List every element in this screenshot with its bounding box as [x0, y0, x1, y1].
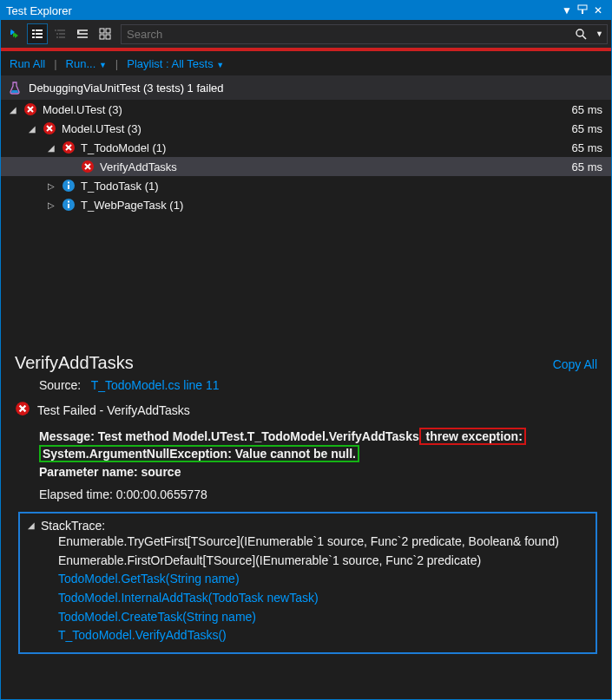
- stack-frame[interactable]: TodoModel.GetTask(String name): [58, 570, 589, 589]
- details-title: VerifyAddTasks: [15, 353, 134, 373]
- svg-rect-2: [32, 29, 35, 31]
- tree-expander[interactable]: [46, 200, 56, 210]
- svg-rect-14: [100, 29, 104, 33]
- run-link[interactable]: Run... ▼: [66, 57, 107, 70]
- fail-icon: [43, 121, 56, 135]
- svg-rect-26: [68, 185, 69, 189]
- svg-rect-0: [578, 5, 587, 10]
- show-test-hierarchy-button[interactable]: [27, 23, 48, 44]
- search-dropdown-icon[interactable]: ▼: [592, 29, 607, 38]
- svg-rect-12: [56, 36, 58, 38]
- flask-icon: [8, 81, 22, 95]
- test-label: Model.UTest (3): [43, 103, 122, 116]
- test-time: 65 ms: [559, 160, 602, 173]
- group-by-button[interactable]: [49, 23, 70, 44]
- test-tree-row[interactable]: VerifyAddTasks65 ms: [1, 157, 611, 176]
- close-icon[interactable]: ✕: [590, 4, 606, 16]
- svg-rect-10: [56, 33, 58, 35]
- svg-rect-1: [582, 10, 583, 14]
- test-label: VerifyAddTasks: [100, 160, 177, 173]
- stack-trace-block: StackTrace: Enumerable.TryGetFirst[TSour…: [18, 512, 597, 654]
- source-label: Source:: [39, 378, 81, 392]
- search-input[interactable]: [122, 28, 571, 41]
- settings-toolbar-button[interactable]: [95, 23, 115, 44]
- svg-rect-16: [100, 35, 104, 39]
- stack-expander[interactable]: [27, 520, 36, 530]
- playlist-toolbar-button[interactable]: [72, 23, 93, 44]
- search-box[interactable]: ▼: [121, 24, 608, 44]
- test-label: T_TodoTask (1): [81, 180, 159, 193]
- fail-icon: [15, 401, 30, 419]
- svg-rect-29: [68, 204, 69, 208]
- test-label: Model.UTest (3): [62, 122, 141, 135]
- test-tree-row[interactable]: Model.UTest (3)65 ms: [1, 100, 611, 119]
- summary-text: DebuggingViaUnitTest (3 tests) 1 failed: [29, 82, 224, 95]
- source-link[interactable]: T_TodoModel.cs line 11: [91, 378, 220, 392]
- svg-rect-6: [32, 36, 35, 38]
- fail-caption: Test Failed - VerifyAddTasks: [37, 403, 190, 417]
- test-time: 65 ms: [559, 103, 602, 116]
- summary-bar: DebuggingViaUnitTest (3 tests) 1 failed: [1, 75, 611, 100]
- tree-expander[interactable]: [8, 105, 18, 114]
- stack-frame[interactable]: T_TodoModel.VerifyAddTasks(): [58, 626, 589, 645]
- test-label: T_TodoModel (1): [81, 141, 166, 154]
- info-icon: [62, 179, 76, 193]
- test-tree-row[interactable]: T_TodoTask (1): [1, 176, 611, 195]
- run-all-link[interactable]: Run All: [10, 57, 45, 70]
- run-tests-button[interactable]: [4, 23, 25, 44]
- stack-frame: Enumerable.TryGetFirst[TSource](IEnumera…: [58, 533, 589, 552]
- svg-rect-9: [57, 29, 65, 31]
- tree-expander[interactable]: [46, 181, 56, 191]
- info-icon: [62, 198, 76, 212]
- search-icon[interactable]: [571, 28, 592, 40]
- test-tree[interactable]: Model.UTest (3)65 msModel.UTest (3)65 ms…: [1, 100, 611, 343]
- svg-line-19: [582, 36, 586, 39]
- window-title: Test Explorer: [6, 4, 559, 17]
- test-tree-row[interactable]: Model.UTest (3)65 ms: [1, 119, 611, 138]
- svg-point-18: [576, 29, 583, 36]
- fail-icon: [23, 102, 37, 116]
- toolbar: ▼: [1, 20, 611, 48]
- commands-bar: Run All | Run... ▼ | Playlist : All Test…: [1, 51, 611, 75]
- test-time: 65 ms: [559, 141, 602, 154]
- test-time: 65 ms: [559, 122, 602, 135]
- svg-rect-5: [36, 33, 43, 35]
- fail-icon: [62, 141, 76, 154]
- failure-message: Message: Test method Model.UTest.T_TodoM…: [15, 428, 597, 481]
- test-label: T_WebPageTask (1): [81, 199, 183, 212]
- stack-frame: Enumerable.FirstOrDefault[TSource](IEnum…: [58, 552, 589, 571]
- svg-rect-15: [106, 29, 110, 33]
- copy-all-link[interactable]: Copy All: [553, 357, 597, 371]
- test-tree-row[interactable]: T_TodoModel (1)65 ms: [1, 138, 611, 157]
- test-details-pane: VerifyAddTasks Copy All Source: T_TodoMo…: [1, 343, 611, 661]
- title-bar: Test Explorer ▼ ✕: [1, 1, 611, 20]
- svg-rect-3: [36, 29, 43, 31]
- svg-rect-17: [106, 35, 110, 39]
- svg-rect-11: [59, 33, 65, 35]
- svg-rect-28: [68, 201, 69, 203]
- tree-expander[interactable]: [27, 124, 37, 134]
- elapsed-time: Elapsed time: 0:00:00.0655778: [15, 481, 597, 508]
- separator: |: [54, 57, 56, 70]
- auto-hide-icon[interactable]: [575, 4, 590, 17]
- svg-rect-13: [59, 36, 65, 38]
- svg-rect-8: [55, 29, 56, 31]
- separator: |: [115, 57, 118, 70]
- svg-rect-25: [68, 182, 69, 184]
- svg-rect-4: [32, 33, 35, 35]
- stack-frame[interactable]: TodoModel.InternalAddTask(TodoTask newTa…: [58, 589, 589, 608]
- window-dropdown-icon[interactable]: ▼: [559, 4, 575, 16]
- stack-frame[interactable]: TodoModel.CreateTask(String name): [58, 608, 589, 627]
- tree-expander[interactable]: [46, 143, 56, 153]
- test-tree-row[interactable]: T_WebPageTask (1): [1, 195, 611, 214]
- svg-rect-7: [36, 36, 43, 38]
- stack-trace-label: StackTrace:: [41, 519, 105, 533]
- playlist-link[interactable]: Playlist : All Tests ▼: [127, 57, 224, 70]
- fail-icon: [81, 160, 95, 173]
